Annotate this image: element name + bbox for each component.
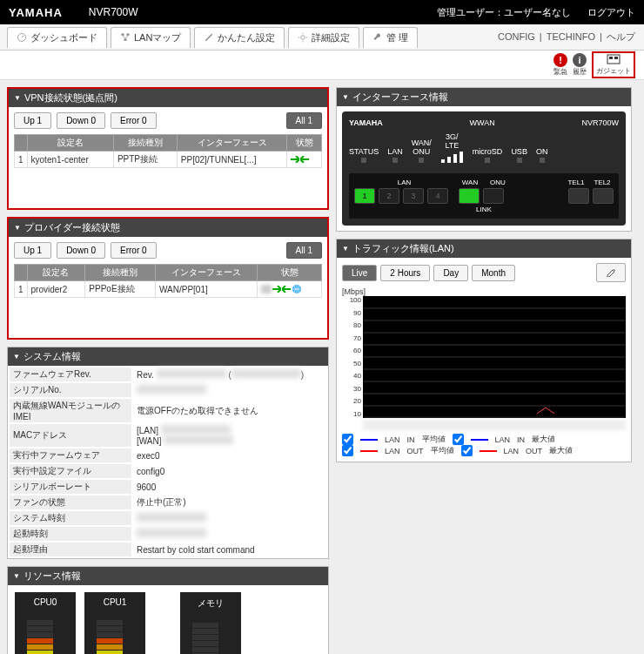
provider-up-button[interactable]: Up 1 <box>14 242 51 259</box>
tabbar: ダッシュボード LANマップ かんたん設定 詳細設定 管 理 CONFIG | … <box>0 24 644 51</box>
led-lan <box>392 158 398 163</box>
tab-manage[interactable]: 管 理 <box>363 27 418 48</box>
svg-rect-2 <box>127 34 130 36</box>
panel-interface-title: インターフェース情報 <box>352 91 448 104</box>
label-boot: 起動時刻 <box>10 527 131 541</box>
panel-interface-header[interactable]: インターフェース情報 <box>337 88 631 106</box>
device-illustration: YAMAHA WWAN NVR700W STATUS LAN WAN/ ONU … <box>342 111 626 226</box>
led-lte-label: 3G/ LTE <box>445 132 459 150</box>
legend-check-1[interactable] <box>342 434 353 445</box>
led-on-label: ON <box>536 147 548 156</box>
svg-rect-7 <box>614 57 618 59</box>
value-imei: 電源OFFのため取得できません <box>133 399 326 422</box>
col-type: 接続種別 <box>113 135 177 152</box>
provider-down-button[interactable]: Down 0 <box>57 242 105 259</box>
table-row[interactable]: 1 kyoten1-center PPTP接続 PP[02]/TUNNEL[..… <box>15 152 322 168</box>
legend-check-3[interactable] <box>342 445 353 456</box>
traffic-month-button[interactable]: Month <box>472 265 515 281</box>
alert-urgent[interactable]: !緊急 <box>553 53 567 77</box>
led-microsd-label: microSD <box>473 147 503 156</box>
port-lan1[interactable]: 1 <box>354 188 375 204</box>
meter-cpu1-title: CPU1 <box>104 597 127 607</box>
vpn-up-button[interactable]: Up 1 <box>14 112 51 129</box>
panel-resource: リソース情報 CPU0 22■ 0 % CPU1 <box>7 566 329 654</box>
cell-type: PPTP接続 <box>113 152 177 168</box>
led-lan-label: LAN <box>387 147 403 156</box>
svg-rect-3 <box>124 39 127 41</box>
gadget-button[interactable]: ガジェット <box>592 51 635 78</box>
col-state: 状態 <box>258 265 322 281</box>
panel-resource-header[interactable]: リソース情報 <box>8 567 328 585</box>
cell-state <box>258 281 322 298</box>
port-tel1[interactable] <box>568 188 589 204</box>
legend-check-4[interactable] <box>461 445 473 456</box>
logout-link[interactable]: ログアウト <box>587 7 635 17</box>
label-fw: ファームウェアRev. <box>10 367 131 381</box>
cell-iface: PP[02]/TUNNEL[...] <box>177 152 287 168</box>
port-group-tel1: TEL1 <box>565 179 587 186</box>
admin-user-label: 管理ユーザー：ユーザー名なし <box>437 7 571 17</box>
traffic-edit-button[interactable] <box>596 263 626 282</box>
alert-urgent-label: 緊急 <box>553 67 567 77</box>
cell-state <box>287 152 322 168</box>
pencil-icon <box>606 266 616 277</box>
label-runfw: 実行中ファームウェア <box>10 448 131 462</box>
col-iface: インターフェース <box>156 265 258 281</box>
tab-detail[interactable]: 詳細設定 <box>288 27 359 48</box>
link-config[interactable]: CONFIG <box>498 31 535 42</box>
traffic-unit: [Mbps] <box>342 287 626 296</box>
vpn-down-button[interactable]: Down 0 <box>57 112 105 129</box>
panel-sysinfo: システム情報 ファームウェアRev.Rev. () シリアルNo. 内蔵無線WA… <box>7 347 329 559</box>
wrench-icon <box>372 32 383 43</box>
meter-mem: メモリ 17■ 17 % <box>180 592 241 654</box>
port-lan2[interactable]: 2 <box>379 188 399 204</box>
tab-lanmap[interactable]: LANマップ <box>111 27 191 48</box>
link-help[interactable]: ヘルプ <box>607 31 635 42</box>
port-tel2[interactable] <box>593 188 614 204</box>
led-on <box>540 158 545 163</box>
model-name: NVR700W <box>89 6 138 18</box>
device-model: NVR700W <box>581 118 619 127</box>
label-imei: 内蔵無線WANモジュールのIMEI <box>10 399 131 422</box>
label-fan: ファンの状態 <box>10 496 131 509</box>
table-row[interactable]: 1 provider2 PPPoE接続 WAN/PP[01] <box>15 281 322 298</box>
value-serial <box>137 385 206 394</box>
legend-check-2[interactable] <box>453 434 464 445</box>
sysinfo-table: ファームウェアRev.Rev. () シリアルNo. 内蔵無線WANモジュールの… <box>8 366 328 558</box>
traffic-live-button[interactable]: Live <box>342 265 377 281</box>
port-onu[interactable] <box>483 188 504 204</box>
label-runcfg: 実行中設定ファイル <box>10 464 131 478</box>
info-icon: i <box>573 53 587 67</box>
led-wanonu-label: WAN/ ONU <box>412 138 432 156</box>
port-wan[interactable] <box>459 188 480 204</box>
panel-traffic-header[interactable]: トラフィック情報(LAN) <box>337 239 631 258</box>
port-lan3[interactable]: 3 <box>403 188 424 204</box>
panel-provider-header[interactable]: プロバイダー接続状態 <box>9 219 327 237</box>
tab-dashboard[interactable]: ダッシュボード <box>7 27 107 48</box>
brand-logo: YAMAHA <box>9 6 63 19</box>
gadget-label: ガジェット <box>596 66 631 76</box>
led-usb-label: USB <box>511 147 527 156</box>
vpn-error-button[interactable]: Error 0 <box>111 112 157 129</box>
provider-error-button[interactable]: Error 0 <box>111 242 157 259</box>
port-lan4[interactable]: 4 <box>427 188 448 204</box>
topbar: YAMAHA NVR700W 管理ユーザー：ユーザー名なし ログアウト <box>0 0 644 24</box>
vpn-all-button[interactable]: All 1 <box>286 112 322 129</box>
panel-vpn: VPN接続状態(拠点間) Up 1 Down 0 Error 0 All 1 設… <box>7 87 329 210</box>
value-time <box>137 513 206 522</box>
panel-sysinfo-title: システム情報 <box>23 350 81 363</box>
cell-idx: 1 <box>15 152 28 168</box>
tab-easy[interactable]: かんたん設定 <box>194 27 285 48</box>
provider-all-button[interactable]: All 1 <box>286 242 322 259</box>
traffic-day-button[interactable]: Day <box>433 265 468 281</box>
traffic-2hours-button[interactable]: 2 Hours <box>380 265 430 281</box>
panel-vpn-header[interactable]: VPN接続状態(拠点間) <box>9 89 327 107</box>
alert-history[interactable]: i履歴 <box>573 53 587 77</box>
link-techinfo[interactable]: TECHINFO <box>547 31 595 42</box>
chart-yaxis: 100908070605040302010 <box>342 296 361 418</box>
wand-icon <box>204 32 214 43</box>
label-time: システム時刻 <box>10 511 131 525</box>
panel-sysinfo-header[interactable]: システム情報 <box>8 347 328 366</box>
col-state: 状態 <box>287 135 322 152</box>
panel-resource-title: リソース情報 <box>23 570 81 583</box>
